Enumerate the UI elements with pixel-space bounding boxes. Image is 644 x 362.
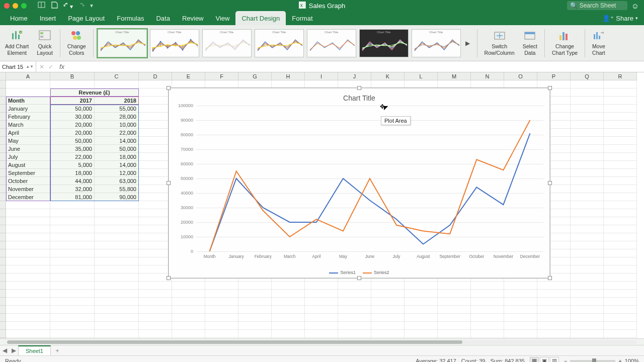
cell[interactable] xyxy=(305,306,338,314)
cell[interactable] xyxy=(604,306,637,314)
cell[interactable] xyxy=(50,80,95,88)
cell[interactable] xyxy=(571,97,604,105)
row-header[interactable] xyxy=(0,314,6,322)
cell[interactable] xyxy=(139,209,172,217)
cell[interactable] xyxy=(604,177,637,185)
select-all-corner[interactable] xyxy=(0,72,6,80)
col-header-G[interactable]: G xyxy=(238,72,272,80)
cell[interactable] xyxy=(6,306,50,314)
col-header-C[interactable]: C xyxy=(95,72,139,80)
cell[interactable] xyxy=(571,257,604,265)
cell[interactable] xyxy=(604,249,637,257)
data-cell[interactable]: 14,000 xyxy=(95,137,139,145)
cell[interactable] xyxy=(571,113,604,121)
cell[interactable] xyxy=(537,290,571,298)
cell[interactable] xyxy=(139,257,172,265)
cell[interactable] xyxy=(571,161,604,169)
cell[interactable] xyxy=(139,97,172,105)
cell[interactable] xyxy=(571,105,604,113)
cell[interactable] xyxy=(604,233,637,241)
cell[interactable] xyxy=(139,193,172,201)
chart-handle-sw[interactable] xyxy=(167,276,171,280)
cell[interactable] xyxy=(405,314,438,322)
data-cell[interactable]: 12,000 xyxy=(95,169,139,177)
cell[interactable] xyxy=(6,217,50,225)
cell[interactable] xyxy=(50,265,95,274)
chart-style-7[interactable]: Chart Title xyxy=(412,29,461,57)
col-header-N[interactable]: N xyxy=(471,72,504,80)
cell[interactable] xyxy=(371,306,405,314)
cell[interactable] xyxy=(305,298,338,306)
search-input[interactable] xyxy=(580,2,625,9)
chart-style-4[interactable]: Chart Title xyxy=(255,29,304,57)
chart-handle-ne[interactable] xyxy=(548,86,552,90)
cell[interactable] xyxy=(338,330,371,338)
cell[interactable] xyxy=(172,282,205,290)
cell[interactable] xyxy=(6,201,50,209)
cell[interactable] xyxy=(471,290,504,298)
cell[interactable] xyxy=(604,129,637,137)
chart-style-5[interactable]: Chart Title xyxy=(307,29,356,57)
cell[interactable] xyxy=(537,330,571,338)
cell[interactable] xyxy=(604,274,637,282)
cell[interactable] xyxy=(238,314,272,322)
cell[interactable] xyxy=(571,282,604,290)
cell[interactable] xyxy=(95,217,139,225)
cell[interactable] xyxy=(571,265,604,274)
row-header[interactable] xyxy=(0,80,6,88)
cell[interactable] xyxy=(471,314,504,322)
cell[interactable] xyxy=(139,241,172,249)
cell[interactable] xyxy=(139,233,172,241)
cell[interactable] xyxy=(604,265,637,274)
data-cell[interactable]: September xyxy=(6,169,50,177)
row-header[interactable] xyxy=(0,113,6,121)
cell[interactable] xyxy=(571,209,604,217)
sheet-tab-sheet1[interactable]: Sheet1 xyxy=(18,345,51,355)
cell[interactable] xyxy=(338,314,371,322)
cell[interactable] xyxy=(238,298,272,306)
row-header[interactable] xyxy=(0,257,6,265)
cell[interactable] xyxy=(438,306,471,314)
cell[interactable] xyxy=(95,201,139,209)
cell[interactable] xyxy=(139,185,172,193)
cell[interactable] xyxy=(338,298,371,306)
data-cell[interactable]: May xyxy=(6,137,50,145)
col-header-B[interactable]: B xyxy=(50,72,95,80)
cell[interactable] xyxy=(438,322,471,330)
chart-handle-s[interactable] xyxy=(357,276,361,280)
cell[interactable] xyxy=(139,113,172,121)
cell[interactable] xyxy=(272,322,305,330)
switch-row-column-button[interactable]: Switch Row/Column xyxy=(481,28,518,57)
chart-handle-n[interactable] xyxy=(357,86,361,90)
cell[interactable] xyxy=(371,330,405,338)
zoom-window-button[interactable] xyxy=(21,3,27,9)
data-cell[interactable]: 10,000 xyxy=(95,121,139,129)
cell[interactable] xyxy=(50,225,95,233)
cell[interactable] xyxy=(50,290,95,298)
cell[interactable] xyxy=(238,306,272,314)
cell[interactable] xyxy=(139,225,172,233)
user-account-icon[interactable]: ☺ xyxy=(631,2,639,10)
cell[interactable] xyxy=(50,274,95,282)
cell[interactable] xyxy=(139,169,172,177)
cell[interactable] xyxy=(571,80,604,88)
cell[interactable] xyxy=(50,314,95,322)
worksheet-area[interactable]: ABCDEFGHIJKLMNOPQR Revenue (£)Month20172… xyxy=(0,72,644,338)
cell[interactable] xyxy=(604,161,637,169)
name-box-dropdown-icon[interactable]: ▲▼ xyxy=(26,64,34,69)
cell[interactable] xyxy=(471,282,504,290)
cell[interactable] xyxy=(604,193,637,201)
tab-home[interactable]: Home xyxy=(4,11,34,25)
cell[interactable] xyxy=(438,314,471,322)
chart-object[interactable]: Chart Title 0100002000030000400005000060… xyxy=(168,87,550,279)
cell[interactable] xyxy=(95,233,139,241)
cell[interactable] xyxy=(571,88,604,97)
cell[interactable] xyxy=(371,314,405,322)
row-header[interactable] xyxy=(0,169,6,177)
cell[interactable] xyxy=(405,330,438,338)
cell[interactable] xyxy=(6,265,50,274)
data-cell[interactable]: 18,000 xyxy=(95,153,139,161)
cell[interactable] xyxy=(604,80,637,88)
tab-chart-design[interactable]: Chart Design xyxy=(235,11,286,25)
legend-item[interactable]: Series2 xyxy=(363,270,389,275)
